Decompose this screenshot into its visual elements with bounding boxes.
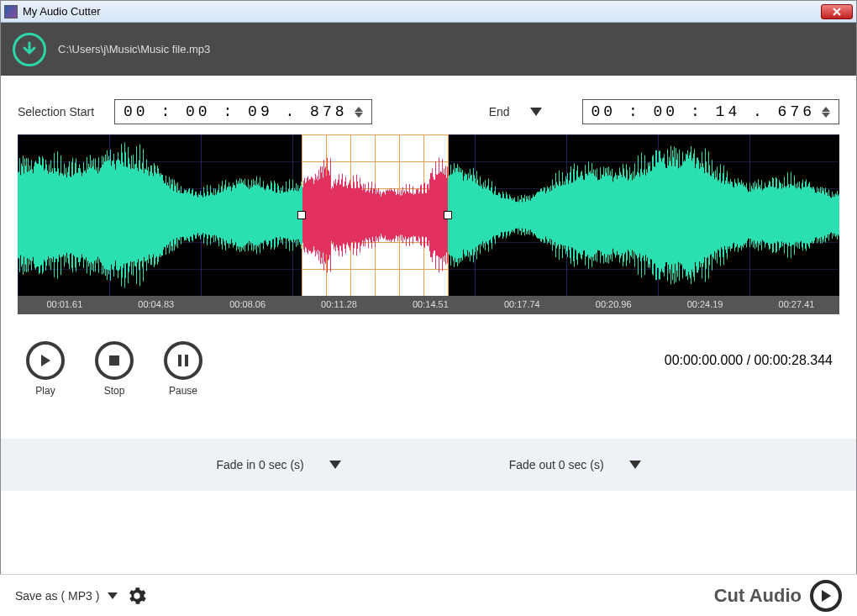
ruler-tick: 00:08.06 xyxy=(229,299,266,309)
ruler-tick: 00:17.74 xyxy=(504,299,540,309)
window-title: My Audio Cutter xyxy=(23,5,821,18)
start-spinner-down[interactable] xyxy=(355,113,363,118)
waveform-display[interactable] xyxy=(18,134,839,296)
ruler-tick: 00:11.28 xyxy=(321,299,357,309)
waveform-canvas xyxy=(18,134,839,296)
end-spinner-up[interactable] xyxy=(822,107,830,112)
dropdown-triangle-icon xyxy=(329,461,341,469)
start-spinner-up[interactable] xyxy=(355,107,363,112)
selection-end-label: End xyxy=(489,105,510,118)
play-button[interactable]: Play xyxy=(26,341,65,397)
end-spinner xyxy=(822,107,830,118)
arrow-right-icon xyxy=(818,588,833,603)
cut-audio-button[interactable]: Cut Audio xyxy=(714,580,842,612)
selection-end-input[interactable]: 00 : 00 : 14 . 676 xyxy=(582,99,839,124)
app-icon xyxy=(4,5,18,18)
save-as-dropdown[interactable]: Save as ( MP3 ) xyxy=(15,587,146,605)
save-as-label: Save as ( MP3 ) xyxy=(15,589,99,603)
ruler-tick: 00:24.19 xyxy=(687,299,723,309)
stop-label: Stop xyxy=(104,385,125,397)
dropdown-triangle-icon xyxy=(629,461,641,469)
svg-rect-0 xyxy=(109,355,119,366)
ruler-tick: 00:14.51 xyxy=(413,299,449,309)
play-icon xyxy=(38,353,53,368)
fade-out-label: Fade out 0 sec (s) xyxy=(509,458,604,471)
selection-end-value: 00 : 00 : 14 . 676 xyxy=(591,103,815,120)
selection-start-label: Selection Start xyxy=(18,105,94,118)
close-button[interactable] xyxy=(821,4,853,19)
dropdown-triangle-icon xyxy=(108,592,118,599)
waveform-area: 00:01.6100:04.8300:08.0600:11.2800:14.51… xyxy=(18,134,839,314)
playback-controls: Play Stop Pause 00:00:00.000 / 00:00:28.… xyxy=(1,314,856,413)
load-file-button[interactable] xyxy=(13,33,46,66)
play-label: Play xyxy=(35,385,55,397)
dropdown-triangle-icon xyxy=(530,108,542,116)
stop-button[interactable]: Stop xyxy=(95,341,134,397)
fade-options: Fade in 0 sec (s) Fade out 0 sec (s) xyxy=(1,439,856,491)
pause-label: Pause xyxy=(169,385,197,397)
svg-rect-2 xyxy=(185,355,188,366)
ruler-tick: 00:20.96 xyxy=(596,299,632,309)
selection-start-handle[interactable] xyxy=(297,211,306,219)
start-spinner xyxy=(355,107,363,118)
fade-in-dropdown[interactable]: Fade in 0 sec (s) xyxy=(216,458,340,471)
end-mode-dropdown[interactable]: End xyxy=(489,105,542,118)
file-bar: C:\Users\j\Music\Music file.mp3 xyxy=(1,23,856,76)
pause-icon xyxy=(176,354,190,367)
file-path: C:\Users\j\Music\Music file.mp3 xyxy=(58,43,210,55)
selection-end-handle[interactable] xyxy=(444,211,452,219)
time-counter: 00:00:00.000 / 00:00:28.344 xyxy=(665,353,833,368)
ruler-tick: 00:27.41 xyxy=(779,299,815,309)
selection-start-value: 00 : 00 : 09 . 878 xyxy=(124,103,347,120)
end-spinner-down[interactable] xyxy=(822,113,830,118)
selection-start-input[interactable]: 00 : 00 : 09 . 878 xyxy=(114,99,371,124)
svg-rect-1 xyxy=(178,355,181,366)
settings-gear-icon[interactable] xyxy=(128,587,146,605)
fade-out-dropdown[interactable]: Fade out 0 sec (s) xyxy=(509,458,641,471)
time-ruler: 00:01.6100:04.8300:08.0600:11.2800:14.51… xyxy=(18,296,839,314)
download-arrow-icon xyxy=(21,41,38,58)
ruler-tick: 00:01.61 xyxy=(46,299,82,309)
pause-button[interactable]: Pause xyxy=(164,341,202,397)
cut-audio-label: Cut Audio xyxy=(714,585,802,607)
ruler-tick: 00:04.83 xyxy=(138,299,174,309)
fade-in-label: Fade in 0 sec (s) xyxy=(216,458,303,471)
stop-icon xyxy=(108,354,121,367)
selection-controls: Selection Start 00 : 00 : 09 . 878 End 0… xyxy=(1,76,856,134)
bottom-bar: Save as ( MP3 ) Cut Audio xyxy=(0,574,857,616)
window-titlebar: My Audio Cutter xyxy=(1,1,856,23)
close-icon xyxy=(832,8,842,16)
